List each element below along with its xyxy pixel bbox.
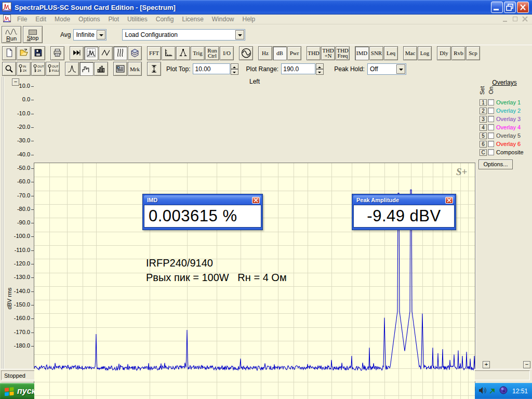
overlay-on-checkbox-2[interactable] [488,108,494,114]
display-options-button[interactable] [113,62,127,76]
print-button[interactable] [50,46,64,60]
overlay-set-button-2[interactable]: 2 [480,108,487,114]
load-configuration-dropdown-arrow-icon[interactable] [235,30,244,39]
menu-item-config[interactable]: Config [152,16,178,23]
toolbar-button-thd[interactable]: THD [307,46,321,60]
toolbar-button-thd-freq[interactable]: THD Freq [336,46,350,60]
menu-item-edit[interactable]: Edit [31,16,50,23]
plot-range-input[interactable] [281,63,315,74]
menu-item-plot[interactable]: Plot [104,16,123,23]
toolbar-button-fft[interactable]: FFT [147,46,161,60]
toolbar-button-hz[interactable]: Hz [258,46,272,60]
toolbar-button-mac[interactable]: Mac [403,46,417,60]
imd-window[interactable]: IMD 0.003615 % [142,194,263,230]
overlay-set-button-1[interactable]: 1 [480,99,487,106]
svg-text:OUT: OUT [37,65,44,68]
toolbar-button-scp[interactable]: Scp [466,46,480,60]
load-configuration-select[interactable]: Load Configuration [122,29,245,41]
volume-icon[interactable] [478,387,486,396]
zoom-in-button[interactable]: + [483,361,490,368]
stop-button[interactable]: Stop [23,26,43,43]
overlay-on-checkbox-4[interactable] [488,124,494,130]
plot-top-spinner[interactable] [231,63,238,75]
signal-generator-button[interactable] [239,46,253,60]
zoom-out-button[interactable]: − [523,361,530,368]
mdi-close-button[interactable] [521,16,530,23]
zoom-in-2x-button[interactable]: IN2X [17,62,31,76]
mdi-restore-button[interactable] [511,16,520,23]
vertical-range-button[interactable] [147,62,161,76]
fast-forward-button[interactable] [70,46,84,60]
overlay-on-checkbox-1[interactable] [488,99,494,105]
overlay-on-checkbox-6[interactable] [488,141,494,147]
menu-item-window[interactable]: Window [208,16,238,23]
restore-button[interactable] [504,2,516,13]
peak-picker-button[interactable] [176,46,190,60]
magnifier-button[interactable] [2,62,16,76]
zoom-out-2x-button[interactable]: OUT2X [31,62,45,76]
mdi-minimize-button[interactable] [501,16,510,23]
toolbar-button-snr[interactable]: SNR [369,46,383,60]
scale-ruler-button[interactable] [162,46,176,60]
title-bar: SpectraPLUS-SC Sound Card Edition - [Spe… [0,0,532,15]
avg-dropdown-arrow-icon[interactable] [97,30,105,39]
peak-amplitude-close-button[interactable] [445,197,453,204]
zoom-out-full-button[interactable]: OUTFULL [46,62,60,76]
new-document-button[interactable] [2,46,16,60]
overlay-set-button-4[interactable]: 4 [480,124,487,131]
menu-item-file[interactable]: File [13,16,31,23]
messenger-icon[interactable] [499,386,508,396]
avg-select[interactable]: Infinite [73,29,107,41]
overlay-on-checkbox-C[interactable] [488,149,494,155]
overlay-set-button-5[interactable]: 5 [480,132,487,139]
menu-item-help[interactable]: Help [238,16,260,23]
toolbar-button-rvb[interactable]: Rvb [451,46,466,60]
plot-range-spinner[interactable] [316,63,324,75]
peak-amplitude-value: -9.49 dBV [353,205,455,228]
toolbar-button-db[interactable]: dB [273,46,287,60]
minimize-button[interactable] [491,2,503,13]
toolbar-button-dly[interactable]: Dly [437,46,451,60]
peak-hold-select[interactable]: Off [367,63,406,75]
toolbar-button-trig[interactable]: Trig [191,46,205,60]
toolbar-button-mrk[interactable]: Mrk [128,62,142,76]
menu-item-options[interactable]: Options [74,16,104,23]
toolbar-button-leq[interactable]: Leq [384,46,398,60]
overlay-on-checkbox-3[interactable] [488,116,494,122]
peak-hold-dropdown-arrow-icon[interactable] [396,64,405,74]
overlays-options-button[interactable]: Options... [478,159,513,169]
overlay-on-checkbox-5[interactable] [488,132,494,139]
step-curve-button[interactable] [79,62,94,76]
open-folder-button[interactable] [17,46,31,60]
peak-amplitude-window-titlebar[interactable]: Peak Amplitude [353,195,455,205]
toolbar-button-pwr[interactable]: Pwr [287,46,301,60]
y-tick-label: -130.0 [5,274,30,280]
left-splitter[interactable] [0,77,4,369]
overlay-set-button-C[interactable]: C [480,149,487,156]
overlay-set-button-3[interactable]: 3 [480,116,487,123]
toolbar-button-log[interactable]: Log [418,46,432,60]
close-button[interactable] [517,2,529,13]
imd-window-titlebar[interactable]: IMD [144,195,261,205]
spectrogram-view-button[interactable] [113,46,127,60]
peak-curve-button[interactable] [65,62,79,76]
surface-view-button[interactable] [128,46,142,60]
bar-display-button[interactable] [94,62,108,76]
plot-top-input[interactable] [193,63,230,74]
waveform-view-button[interactable] [99,46,113,60]
toolbar-button-imd[interactable]: IMD [355,46,369,60]
toolbar-button-thd-+n[interactable]: THD +N [321,46,335,60]
overlay-label-2: Overlay 2 [496,108,521,114]
peak-amplitude-window[interactable]: Peak Amplitude -9.49 dBV [352,194,456,230]
update-arrow-icon[interactable] [489,387,497,396]
menu-item-utilities[interactable]: Utilities [123,16,152,23]
menu-item-license[interactable]: License [178,16,207,23]
run-button[interactable]: Run [2,26,21,43]
menu-item-mode[interactable]: Mode [50,16,74,23]
save-file-button[interactable] [31,46,45,60]
toolbar-button-run-ctrl[interactable]: Run Ctrl [205,46,219,60]
spectrum-view-button[interactable] [84,46,98,60]
toolbar-button-i/o[interactable]: I/O [220,46,234,60]
imd-close-button[interactable] [252,197,260,204]
overlay-set-button-6[interactable]: 6 [480,141,487,148]
